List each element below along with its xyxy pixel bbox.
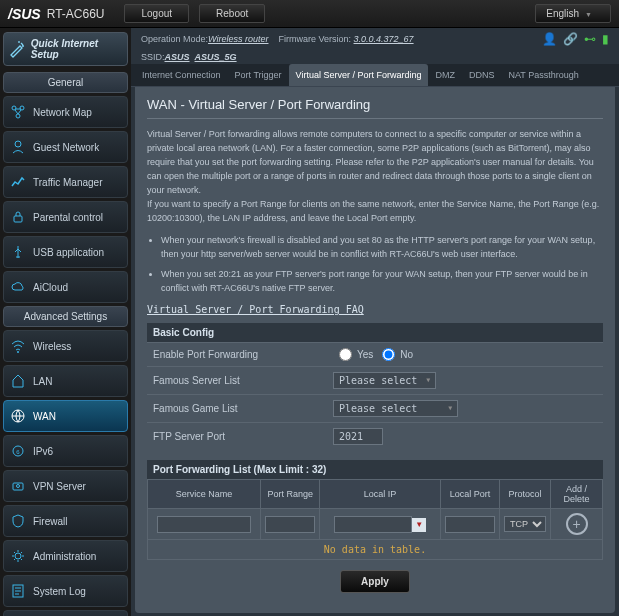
famous-game-select[interactable]: Please select [333,400,458,417]
nav-label: LAN [33,376,52,387]
nav-label: Network Map [33,107,92,118]
logout-button[interactable]: Logout [124,4,189,23]
nav-firewall[interactable]: Firewall [3,505,128,537]
nav-label: USB application [33,247,104,258]
wan-icon [9,407,27,425]
pf-no-data: No data in table. [148,540,603,560]
note-bullet-1: When your network's firewall is disabled… [161,233,603,261]
user-icon[interactable]: 👤 [542,32,557,46]
enable-pf-no[interactable] [382,348,395,361]
nav-aicloud[interactable]: AiCloud [3,271,128,303]
tab-dmz[interactable]: DMZ [428,64,462,86]
ftp-port-input[interactable] [333,428,383,445]
section-general: General [3,72,128,93]
nav-wireless[interactable]: Wireless [3,330,128,362]
enable-pf-label: Enable Port Forwarding [153,349,333,360]
network-map-icon [9,103,27,121]
reboot-button[interactable]: Reboot [199,4,265,23]
note-bullet-2: When you set 20:21 as your FTP server's … [161,267,603,295]
pf-local-ip-dropdown[interactable]: ▼ [412,518,426,532]
nav-label: WAN [33,411,56,422]
nav-lan[interactable]: LAN [3,365,128,397]
language-dropdown[interactable]: English [535,4,611,23]
fw-label: Firmware Version: [268,34,353,44]
traffic-manager-icon [9,173,27,191]
nav-network-tools[interactable]: Network Tools [3,610,128,616]
pf-col-port-range: Port Range [261,480,320,509]
tab-ddns[interactable]: DDNS [462,64,502,86]
pf-add-button[interactable]: + [566,513,588,535]
famous-server-label: Famous Server List [153,375,333,386]
ssid-2[interactable]: ASUS_5G [195,52,237,62]
administration-icon [9,547,27,565]
nav-label: Parental control [33,212,103,223]
signal-icon[interactable]: ▮ [602,32,609,46]
famous-server-select[interactable]: Please select [333,372,436,389]
svg-point-11 [15,553,21,559]
faq-link[interactable]: Virtual Server / Port Forwarding FAQ [147,304,364,315]
pf-col-add-delete: Add / Delete [551,480,603,509]
nav-wan[interactable]: WAN [3,400,128,432]
nav-label: Guest Network [33,142,99,153]
qis-label: Quick Internet Setup [31,38,123,60]
fw-version-link[interactable]: 3.0.0.4.372_67 [354,34,414,44]
pf-port-range-input[interactable] [265,516,315,533]
ftp-port-label: FTP Server Port [153,431,333,442]
nav-traffic-manager[interactable]: Traffic Manager [3,166,128,198]
svg-point-3 [15,141,21,147]
usb-application-icon [9,243,27,261]
wireless-icon [9,337,27,355]
nav-administration[interactable]: Administration [3,540,128,572]
nav-label: Traffic Manager [33,177,102,188]
system-log-icon [9,582,27,600]
model-name: RT-AC66U [47,7,105,21]
pf-local-port-input[interactable] [445,516,495,533]
nav-ipv6[interactable]: 6IPv6 [3,435,128,467]
page-description: Virtual Server / Port forwarding allows … [147,127,603,225]
svg-rect-4 [14,216,22,222]
usb-icon[interactable]: ⊷ [584,32,596,46]
ssid-label: SSID: [141,52,165,62]
tab-nat-passthrough[interactable]: NAT Passthrough [502,64,586,86]
section-advanced: Advanced Settings [3,306,128,327]
firewall-icon [9,512,27,530]
tab-port-trigger[interactable]: Port Trigger [228,64,289,86]
ipv6-icon: 6 [9,442,27,460]
svg-text:6: 6 [16,449,20,455]
basic-config-header: Basic Config [147,323,603,342]
tab-internet-connection[interactable]: Internet Connection [135,64,228,86]
pf-service-name-input[interactable] [157,516,251,533]
pf-local-ip-input[interactable] [334,516,412,533]
quick-internet-setup[interactable]: Quick Internet Setup [3,32,128,66]
guest-network-icon [9,138,27,156]
pf-col-service-name: Service Name [148,480,261,509]
pf-list-header: Port Forwarding List (Max Limit : 32) [147,460,603,479]
op-mode-label: Operation Mode: [141,34,208,44]
wand-icon [8,39,27,59]
svg-point-2 [16,114,20,118]
enable-pf-yes[interactable] [339,348,352,361]
nav-system-log[interactable]: System Log [3,575,128,607]
nav-label: AiCloud [33,282,68,293]
pf-protocol-select[interactable]: TCP [504,516,546,532]
nav-guest-network[interactable]: Guest Network [3,131,128,163]
nav-vpn-server[interactable]: VPN Server [3,470,128,502]
vpn-server-icon [9,477,27,495]
no-label: No [400,349,413,360]
pf-col-protocol: Protocol [500,480,551,509]
nav-label: Firewall [33,516,67,527]
nav-label: System Log [33,586,86,597]
nav-parental-control[interactable]: Parental control [3,201,128,233]
nav-usb-application[interactable]: USB application [3,236,128,268]
nav-network-map[interactable]: Network Map [3,96,128,128]
link-icon[interactable]: 🔗 [563,32,578,46]
ssid-1[interactable]: ASUS [165,52,190,62]
op-mode-link[interactable]: Wireless router [208,34,268,44]
nav-label: Administration [33,551,96,562]
tab-virtual-server-port-forwarding[interactable]: Virtual Server / Port Forwarding [289,64,429,86]
yes-label: Yes [357,349,373,360]
nav-label: Wireless [33,341,71,352]
page-title: WAN - Virtual Server / Port Forwarding [147,97,603,119]
svg-point-5 [17,351,19,353]
apply-button[interactable]: Apply [340,570,410,593]
